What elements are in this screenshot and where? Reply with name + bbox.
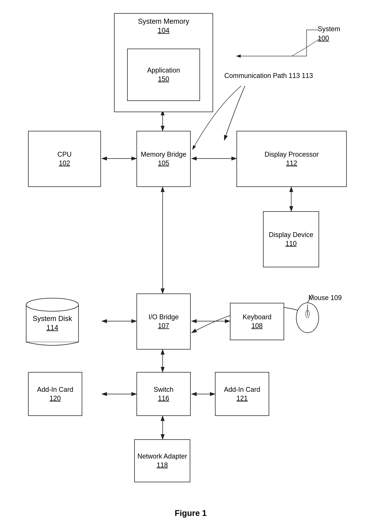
diagram: System Memory 104 Application 150 CPU 10… <box>0 0 392 532</box>
display-device-box: Display Device 110 <box>263 211 319 267</box>
keyboard-box: Keyboard 108 <box>230 303 284 340</box>
switch-box: Switch 116 <box>136 372 191 416</box>
communication-path-label: Communication Path 113 113 <box>224 71 313 80</box>
system-label: System 100 <box>318 24 340 43</box>
memory-bridge-box: Memory Bridge 105 <box>136 131 191 187</box>
svg-point-14 <box>26 298 79 311</box>
system-disk-cylinder: System Disk 114 <box>24 295 80 350</box>
network-adapter-box: Network Adapter 118 <box>134 439 190 482</box>
add-in-card-121-box: Add-In Card 121 <box>215 372 269 416</box>
system-memory-label: System Memory 104 <box>114 17 213 35</box>
figure-caption: Figure 1 <box>153 509 228 518</box>
io-bridge-box: I/O Bridge 107 <box>136 294 191 350</box>
mouse-label: Mouse 109 <box>308 294 342 302</box>
cpu-box: CPU 102 <box>28 131 101 187</box>
system-disk-label: System Disk 114 <box>24 314 80 332</box>
application-box: Application 150 <box>127 49 200 101</box>
add-in-card-120-box: Add-In Card 120 <box>28 372 82 416</box>
display-processor-box: Display Processor 112 <box>237 131 347 187</box>
